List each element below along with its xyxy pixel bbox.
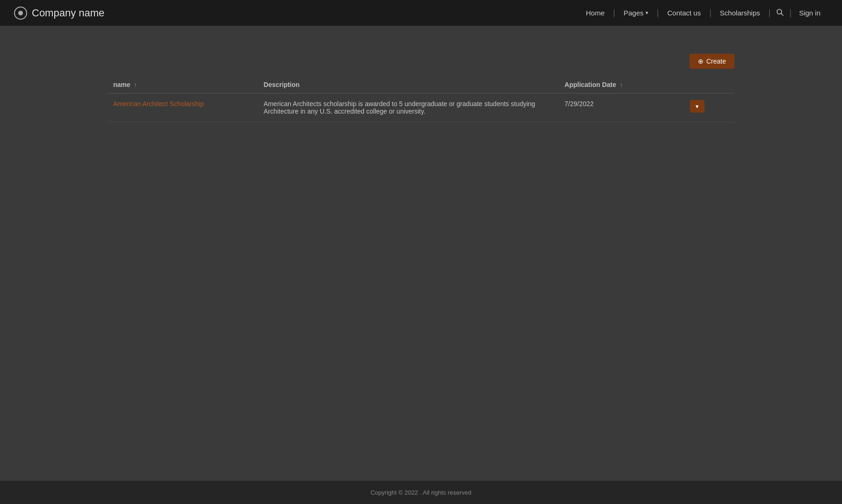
footer: Copyright © 2022 . All rights reserved <box>0 481 842 504</box>
action-dropdown-button[interactable]: ▾ <box>690 100 704 113</box>
main-content: ⊕ Create name ↑ Description Application … <box>0 26 842 481</box>
nav-signin[interactable]: Sign in <box>791 9 828 17</box>
nav-pages[interactable]: Pages ▾ <box>615 9 657 17</box>
plus-icon: ⊕ <box>698 58 704 65</box>
chevron-down-icon: ▾ <box>696 103 699 110</box>
table-header-row: name ↑ Description Application Date ↑ <box>108 76 734 94</box>
brand-title: Company name <box>32 7 104 19</box>
search-button[interactable] <box>770 8 789 18</box>
table-header: name ↑ Description Application Date ↑ <box>108 76 734 94</box>
nav-home[interactable]: Home <box>578 9 613 17</box>
sort-icon-name: ↑ <box>134 82 137 88</box>
brand[interactable]: Company name <box>14 7 104 20</box>
scholarships-table: name ↑ Description Application Date ↑ Am… <box>108 76 734 122</box>
scholarship-date: 7/29/2022 <box>559 94 684 122</box>
scholarship-actions: ▾ <box>684 94 734 122</box>
nav-links: Home | Pages ▾ | Contact us | Scholarshi… <box>578 8 828 18</box>
create-button[interactable]: ⊕ Create <box>690 54 734 69</box>
scholarship-name[interactable]: American Architect Scholarship <box>108 94 258 122</box>
toolbar: ⊕ Create <box>108 54 734 69</box>
nav-contact[interactable]: Contact us <box>659 9 709 17</box>
scholarship-description: American Architects scholarship is award… <box>258 94 559 122</box>
brand-icon <box>14 7 27 20</box>
sort-icon-date: ↑ <box>620 82 623 88</box>
svg-line-1 <box>781 14 783 15</box>
create-label: Create <box>706 58 726 65</box>
table-body: American Architect Scholarship American … <box>108 94 734 122</box>
col-header-description: Description <box>258 76 559 94</box>
copyright-text: Copyright © 2022 . All rights reserved <box>370 489 472 496</box>
search-icon <box>776 8 784 16</box>
navbar: Company name Home | Pages ▾ | Contact us… <box>0 0 842 26</box>
col-header-date[interactable]: Application Date ↑ <box>559 76 684 94</box>
nav-scholarships[interactable]: Scholarships <box>711 9 769 17</box>
pages-dropdown-icon: ▾ <box>646 10 648 16</box>
col-header-name[interactable]: name ↑ <box>108 76 258 94</box>
table-row: American Architect Scholarship American … <box>108 94 734 122</box>
col-header-actions <box>684 76 734 94</box>
